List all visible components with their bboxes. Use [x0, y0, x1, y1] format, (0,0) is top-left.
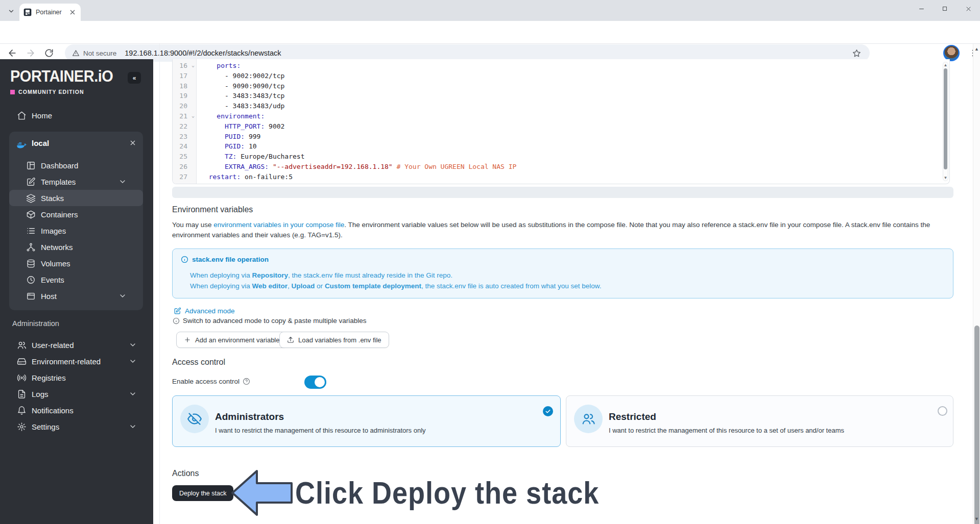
access-control-toggle[interactable]	[304, 376, 326, 389]
page-scrollbar-thumb[interactable]	[974, 326, 979, 524]
tab-close-icon[interactable]	[68, 8, 77, 16]
minimize-icon[interactable]	[911, 0, 931, 17]
chevron-down-icon	[129, 357, 137, 365]
tab-title: Portainer	[36, 9, 68, 16]
advanced-mode-link[interactable]: Advanced mode	[174, 307, 235, 315]
code-line[interactable]: - 9090:9090/tcp	[201, 81, 941, 91]
editor-gutter: 16⌄1718192021⌄222324252627	[173, 59, 197, 184]
selected-check-icon[interactable]	[543, 406, 553, 416]
code-line[interactable]: HTTP_PORT: 9002	[201, 121, 941, 132]
back-icon[interactable]	[5, 46, 19, 60]
code-line[interactable]: EXTRA_ARGS: "--advertiseaddr=192.168.1.1…	[201, 162, 941, 172]
line-number: 23	[173, 132, 196, 142]
sidebar-item-networks[interactable]: Networks	[9, 239, 143, 255]
line-number: 20	[173, 101, 196, 111]
code-line[interactable]: restart: on-failure:5	[201, 172, 941, 182]
reload-icon[interactable]	[42, 46, 56, 60]
maximize-icon[interactable]	[935, 0, 955, 17]
deploy-stack-button[interactable]: Deploy the stack	[172, 485, 233, 501]
code-line[interactable]: ports:	[201, 61, 941, 71]
page-scroll-up-icon[interactable]: ▲	[973, 46, 980, 52]
code-line[interactable]: environment:	[201, 111, 941, 121]
sidebar-item-settings[interactable]: Settings	[0, 418, 153, 435]
sidebar-item-templates[interactable]: Templates	[9, 173, 143, 190]
editor-code[interactable]: ports: - 9002:9002/tcp - 9090:9090/tcp -…	[201, 61, 941, 182]
code-line[interactable]: PUID: 999	[201, 132, 941, 142]
actions-heading: Actions	[172, 469, 199, 478]
sidebar-item-notifications[interactable]: Notifications	[0, 402, 153, 418]
editor-scrollbar-thumb[interactable]	[944, 68, 947, 169]
line-number: 18	[173, 81, 196, 91]
bookmark-star-icon[interactable]	[852, 48, 862, 58]
collapse-sidebar-button[interactable]: «	[128, 72, 141, 84]
fold-icon[interactable]: ⌄	[192, 60, 195, 70]
code-line[interactable]: PGID: 10	[201, 141, 941, 152]
sidebar-item-user-related[interactable]: User-related	[0, 337, 153, 353]
chevron-down-icon	[129, 341, 137, 349]
compose-env-vars-link[interactable]: environment variables in your compose fi…	[213, 221, 344, 229]
close-environment-icon[interactable]	[129, 139, 137, 147]
sidebar-item-environment-related[interactable]: Environment-related	[0, 353, 153, 369]
chevron-down-icon	[129, 390, 137, 398]
sidebar-item-stacks[interactable]: Stacks	[9, 190, 143, 206]
sidebar-item-volumes[interactable]: Volumes	[9, 255, 143, 271]
environment-local[interactable]	[9, 137, 143, 154]
editor-scroll-up-icon[interactable]: ▲	[943, 63, 948, 67]
portainer-logo: PORTAINER.iO	[10, 67, 113, 85]
load-variables-button[interactable]: Load variables from .env file	[279, 332, 389, 348]
info-icon	[173, 317, 180, 325]
close-window-icon[interactable]	[958, 0, 978, 17]
users-icon	[17, 340, 27, 350]
code-line[interactable]: - 9002:9002/tcp	[201, 71, 941, 81]
administrators-description: I want to restrict the management of thi…	[215, 427, 426, 434]
sidebar-item-events[interactable]: Events	[9, 271, 143, 288]
administration-label: Administration	[12, 319, 59, 328]
editor-scrollbar[interactable]: ▲ ▼	[943, 62, 948, 181]
tab-search-chevron-icon[interactable]	[5, 5, 18, 17]
not-secure-label: Not secure	[83, 49, 116, 57]
access-option-restricted[interactable]: Restricted I want to restrict the manage…	[566, 395, 953, 447]
containers-icon	[26, 210, 36, 219]
settings-icon	[17, 422, 27, 432]
sidebar-item-dashboard[interactable]: Dashboard	[9, 157, 143, 173]
chevron-down-icon	[118, 292, 127, 300]
info-icon	[181, 256, 188, 263]
restricted-description: I want to restrict the management of thi…	[609, 427, 844, 434]
sidebar-item-home[interactable]: Home	[0, 107, 153, 123]
url-text[interactable]: 192.168.1.18:9000/#!/2/docker/stacks/new…	[125, 49, 852, 57]
compose-editor[interactable]: 16⌄1718192021⌄222324252627 ports: - 9002…	[172, 59, 950, 184]
page-scroll-down-icon[interactable]: ▼	[973, 516, 980, 521]
docker-whale-icon	[15, 140, 29, 151]
access-option-administrators[interactable]: Administrators I want to restrict the ma…	[172, 395, 561, 447]
logs-icon	[17, 389, 27, 399]
access-control-heading: Access control	[172, 358, 225, 367]
notifications-icon	[17, 406, 27, 415]
toggle-knob	[315, 377, 325, 387]
edit-icon	[174, 307, 181, 315]
browser-tab[interactable]: Portainer	[19, 4, 81, 21]
registries-icon	[17, 373, 27, 383]
fold-icon[interactable]: ⌄	[192, 111, 195, 121]
editor-scroll-down-icon[interactable]: ▼	[943, 176, 948, 180]
sidebar-item-registries[interactable]: Registries	[0, 369, 153, 386]
templates-icon	[26, 177, 36, 187]
line-number: 17	[173, 71, 196, 81]
sidebar-item-logs[interactable]: Logs	[0, 386, 153, 402]
forward-icon[interactable]	[23, 46, 38, 60]
chevron-down-icon	[118, 178, 127, 186]
line-number: 24	[173, 141, 196, 152]
infobox-line-1: When deploying via Repository, the stack…	[190, 271, 452, 279]
restricted-radio[interactable]	[938, 406, 947, 416]
add-environment-variable-button[interactable]: Add an environment variable	[176, 332, 288, 348]
not-secure-warning-icon[interactable]	[72, 49, 80, 57]
code-line[interactable]: TZ: Europe/Bucharest	[201, 152, 941, 162]
restricted-title: Restricted	[609, 411, 656, 422]
sidebar-item-host[interactable]: Host	[9, 288, 143, 304]
code-line[interactable]: - 3483:3483/udp	[201, 101, 941, 111]
page-scrollbar[interactable]: ▲ ▼	[973, 44, 980, 524]
sidebar-item-containers[interactable]: Containers	[9, 206, 143, 222]
help-icon[interactable]	[243, 378, 250, 385]
code-line[interactable]: - 3483:3483/tcp	[201, 91, 941, 101]
sidebar-item-images[interactable]: Images	[9, 222, 143, 239]
infobox-title: stack.env file operation	[192, 256, 269, 263]
